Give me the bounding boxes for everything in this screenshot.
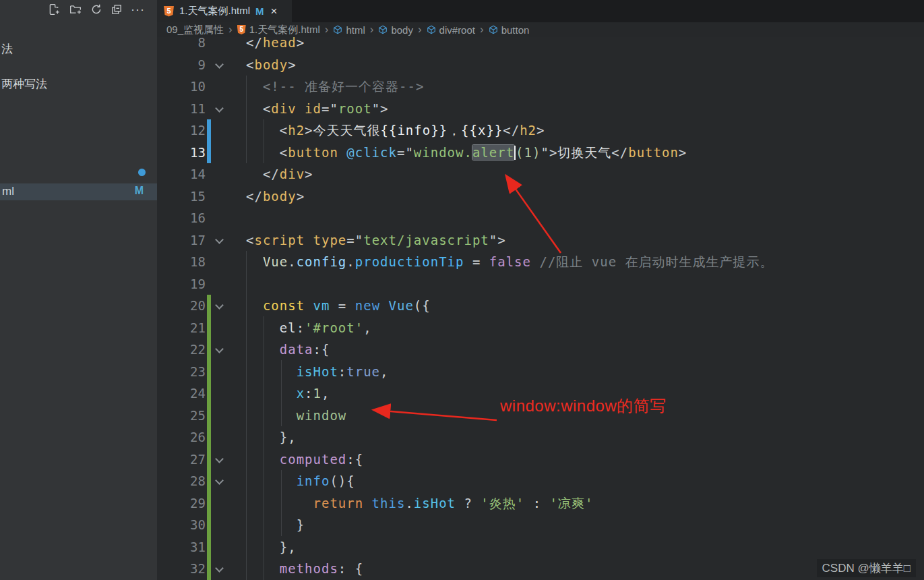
breadcrumb-separator: › — [325, 23, 329, 36]
code-text: </div> — [246, 163, 313, 185]
code-line[interactable]: 28 info(){ — [157, 470, 924, 492]
fold-chevron-icon[interactable] — [214, 448, 226, 471]
refresh-icon[interactable] — [90, 3, 103, 17]
code-line[interactable]: 16 — [157, 207, 924, 229]
element-cube-icon — [489, 25, 498, 34]
line-number[interactable]: 31 — [157, 536, 206, 558]
git-gutter-added — [207, 536, 211, 558]
breadcrumb-item[interactable]: 09_监视属性 — [166, 24, 224, 36]
git-gutter-modified — [207, 142, 211, 164]
line-number[interactable]: 15 — [157, 185, 206, 208]
code-line[interactable]: 31 }, — [157, 536, 924, 558]
fold-chevron-icon[interactable] — [214, 98, 226, 120]
collapse-folders-icon[interactable] — [110, 3, 123, 17]
breadcrumb-label: div#root — [439, 24, 475, 36]
code-line[interactable]: 26 }, — [157, 426, 924, 448]
line-number[interactable]: 29 — [157, 492, 206, 515]
code-text: methods: { — [246, 558, 363, 580]
breadcrumb-item[interactable]: 51.天气案例.html — [237, 24, 320, 36]
code-line[interactable]: 10 <!-- 准备好一个容器--> — [157, 76, 924, 98]
line-number[interactable]: 28 — [157, 470, 206, 492]
line-number[interactable]: 27 — [157, 448, 206, 471]
git-gutter-added — [207, 317, 211, 339]
code-line[interactable]: 21 el:'#root', — [157, 317, 924, 339]
code-line[interactable]: 32 methods: { — [157, 558, 924, 580]
code-line[interactable]: 29 return this.isHot ? '炎热' : '凉爽' — [157, 492, 924, 515]
code-text: }, — [246, 536, 297, 558]
line-number[interactable]: 32 — [157, 558, 206, 580]
line-number[interactable]: 18 — [157, 251, 206, 273]
breadcrumb-label: 09_监视属性 — [166, 24, 224, 36]
tree-item[interactable]: 两种写法 — [1, 77, 47, 92]
line-number[interactable]: 30 — [157, 514, 206, 536]
breadcrumb-item[interactable]: div#root — [427, 24, 475, 36]
fold-chevron-icon[interactable] — [214, 295, 226, 317]
code-line[interactable]: 23 isHot:true, — [157, 361, 924, 383]
element-cube-icon — [427, 25, 436, 34]
code-line[interactable]: 19 — [157, 273, 924, 295]
code-text: const vm = new Vue({ — [246, 295, 431, 317]
breadcrumb-item[interactable]: body — [378, 24, 413, 36]
code-line[interactable]: 9<body> — [157, 54, 924, 76]
code-line[interactable]: 18 Vue.config.productionTip = false //阻止… — [157, 251, 924, 273]
line-number[interactable]: 26 — [157, 426, 206, 448]
html5-file-icon: 5 — [237, 25, 246, 34]
fold-chevron-icon[interactable] — [214, 470, 226, 492]
line-number[interactable]: 24 — [157, 382, 206, 405]
code-text: el:'#root', — [246, 317, 372, 339]
tree-item[interactable]: 法 — [1, 42, 13, 57]
line-number[interactable]: 11 — [157, 98, 206, 120]
code-text: x:1, — [246, 382, 330, 405]
code-lines: 8</head>9<body>10 <!-- 准备好一个容器-->11 <div… — [157, 32, 924, 580]
git-gutter-added — [207, 382, 211, 405]
breadcrumb-separator: › — [228, 23, 233, 36]
code-line[interactable]: 30 } — [157, 514, 924, 536]
code-line[interactable]: 22 data:{ — [157, 339, 924, 361]
code-line[interactable]: 12 <h2>今天天气很{{info}}，{{x}}</h2> — [157, 119, 924, 142]
line-number[interactable]: 20 — [157, 295, 206, 317]
line-number[interactable]: 23 — [157, 361, 206, 383]
code-text: isHot:true, — [246, 361, 389, 383]
code-line[interactable]: 14 </div> — [157, 163, 924, 185]
breadcrumb-label: button — [501, 24, 530, 36]
git-gutter-added — [207, 295, 211, 317]
element-cube-icon — [378, 25, 388, 34]
breadcrumb-separator: › — [418, 23, 422, 36]
line-number[interactable]: 16 — [157, 207, 206, 229]
line-number[interactable]: 10 — [157, 76, 206, 98]
fold-chevron-icon[interactable] — [214, 54, 226, 76]
breadcrumb-label: body — [391, 24, 413, 36]
fold-chevron-icon[interactable] — [214, 339, 226, 361]
code-text: data:{ — [246, 339, 330, 361]
line-number[interactable]: 21 — [157, 317, 206, 339]
new-folder-icon[interactable] — [69, 3, 82, 17]
line-number[interactable]: 14 — [157, 163, 206, 185]
new-file-icon[interactable] — [47, 3, 61, 17]
line-number[interactable]: 9 — [157, 54, 206, 76]
breadcrumb-label: 1.天气案例.html — [249, 24, 320, 36]
code-line[interactable]: 15</body> — [157, 185, 924, 208]
line-number[interactable]: 17 — [157, 229, 206, 252]
tree-item-selected[interactable]: ml M — [0, 183, 157, 200]
code-text: info(){ — [246, 470, 355, 492]
line-number[interactable]: 25 — [157, 405, 206, 427]
breadcrumb-item[interactable]: button — [489, 24, 530, 36]
line-number[interactable]: 19 — [157, 273, 206, 295]
line-number[interactable]: 12 — [157, 119, 206, 142]
line-number[interactable]: 13 — [157, 142, 206, 164]
tab-weather-case[interactable]: 5 1.天气案例.html M × — [157, 0, 292, 22]
code-line[interactable]: 13 <button @click="window.alert(1)">切换天气… — [157, 142, 924, 164]
code-text: computed:{ — [246, 448, 363, 471]
tab-close-icon[interactable]: × — [271, 6, 278, 16]
code-line[interactable]: 27 computed:{ — [157, 448, 924, 471]
line-number[interactable]: 22 — [157, 339, 206, 361]
more-actions-icon[interactable]: ··· — [131, 3, 144, 17]
code-line[interactable]: 20 const vm = new Vue({ — [157, 295, 924, 317]
breadcrumb-item[interactable]: html — [333, 24, 365, 36]
code-line[interactable]: 11 <div id="root"> — [157, 98, 924, 120]
fold-chevron-icon[interactable] — [214, 229, 226, 252]
tab-modified-badge: M — [255, 5, 264, 17]
fold-chevron-icon[interactable] — [214, 558, 226, 580]
code-text: return this.isHot ? '炎热' : '凉爽' — [246, 492, 593, 515]
code-line[interactable]: 17<script type="text/javascript"> — [157, 229, 924, 252]
